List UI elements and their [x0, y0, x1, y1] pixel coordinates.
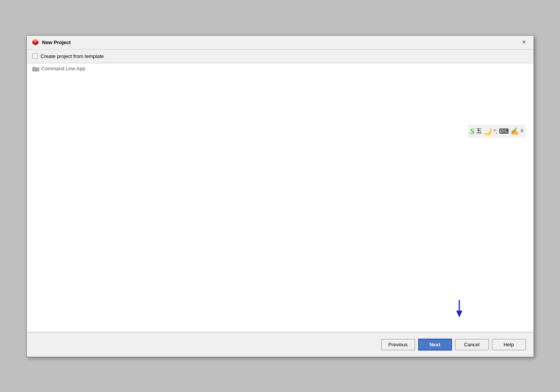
folder-icon [32, 66, 39, 72]
create-from-template-checkbox[interactable] [32, 53, 38, 59]
close-button[interactable]: × [520, 38, 529, 47]
previous-button[interactable]: Previous [381, 339, 415, 350]
content-area: Command Line App S 五 🌙 °; ⌨ ✍ ⠿ [27, 63, 533, 332]
keyboard-icon[interactable]: ⌨ [499, 127, 509, 136]
ime-toolbar: S 五 🌙 °; ⌨ ✍ ⠿ [468, 125, 526, 138]
wubi-icon[interactable]: 五 [476, 127, 482, 135]
tree-item-label: Command Line App [42, 66, 85, 71]
title-bar: New Project × [27, 36, 533, 50]
cancel-button[interactable]: Cancel [455, 339, 489, 350]
help-button[interactable]: Help [492, 339, 526, 350]
next-button[interactable]: Next [418, 339, 452, 351]
new-project-dialog: New Project × Create project from templa… [27, 35, 534, 357]
moon-icon[interactable]: 🌙 [484, 127, 492, 136]
sonar-icon[interactable]: S [470, 126, 475, 136]
create-from-template-label[interactable]: Create project from template [41, 53, 104, 59]
svg-marker-7 [456, 311, 462, 318]
checkbox-row: Create project from template [27, 50, 533, 63]
svg-rect-5 [32, 66, 35, 68]
menu-icon[interactable]: ⠿ [520, 129, 523, 134]
punctuation-icon[interactable]: °; [494, 128, 497, 134]
title-bar-left: New Project [32, 38, 71, 46]
dialog-title: New Project [42, 40, 71, 45]
tree-item-command-line[interactable]: Command Line App [27, 63, 533, 74]
handwrite-icon[interactable]: ✍ [510, 127, 519, 136]
cursor-indicator [452, 300, 466, 320]
footer: Previous Next Cancel Help [27, 332, 533, 357]
app-icon [32, 38, 39, 46]
